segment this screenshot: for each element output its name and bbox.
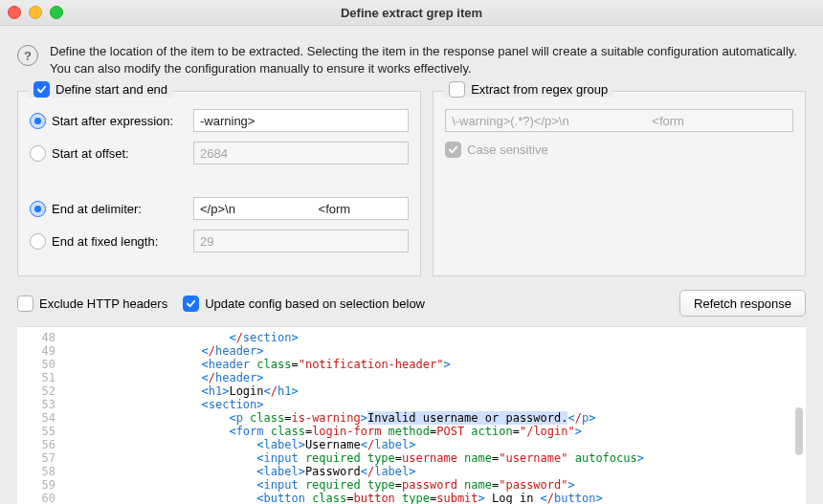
radio-start-after-expression[interactable]: Start after expression: (30, 113, 186, 129)
input-end-at-fixed-length[interactable] (193, 230, 409, 252)
titlebar: Define extract grep item (0, 0, 823, 26)
zoom-icon[interactable] (50, 6, 63, 19)
checkbox-update-config[interactable]: Update config based on selection below (183, 296, 425, 312)
legend-define-start-end: Define start and end (56, 82, 167, 97)
group-define-start-end: Define start and end Start after express… (17, 91, 421, 276)
code-gutter: 48 49 50 51 52 53 54 55 56 57 58 59 60 (17, 327, 63, 504)
legend-extract-from-regex: Extract from regex group (471, 82, 608, 97)
radio-end-at-fixed-length[interactable]: End at fixed length: (30, 233, 186, 250)
response-code-viewer[interactable]: 48 49 50 51 52 53 54 55 56 57 58 59 60 <… (17, 326, 806, 504)
refetch-response-button[interactable]: Refetch response (679, 290, 806, 317)
minimize-icon[interactable] (29, 6, 42, 19)
scrollbar[interactable] (794, 331, 804, 501)
group-extract-from-regex: Extract from regex group Case sensitive (433, 91, 806, 276)
checkbox-case-sensitive: Case sensitive (445, 142, 548, 158)
intro-text: Define the location of the item to be ex… (50, 43, 806, 77)
input-regex (445, 109, 793, 132)
checkbox-extract-from-regex[interactable] (449, 81, 465, 98)
input-start-at-offset[interactable] (193, 142, 409, 164)
traffic-lights (8, 6, 63, 19)
radio-end-at-delimiter[interactable]: End at delimiter: (30, 201, 186, 217)
checkbox-exclude-http-headers[interactable]: Exclude HTTP headers (17, 296, 167, 312)
radio-start-at-offset[interactable]: Start at offset: (30, 145, 186, 162)
input-end-at-delimiter[interactable] (193, 197, 409, 220)
help-icon[interactable]: ? (17, 45, 38, 66)
close-icon[interactable] (8, 6, 21, 19)
window-title: Define extract grep item (341, 6, 482, 20)
scrollbar-thumb[interactable] (795, 407, 803, 455)
code-area[interactable]: </section> </header> <header class="noti… (63, 327, 806, 504)
checkbox-define-start-end[interactable] (33, 81, 50, 98)
input-start-after-expression[interactable] (193, 109, 409, 132)
